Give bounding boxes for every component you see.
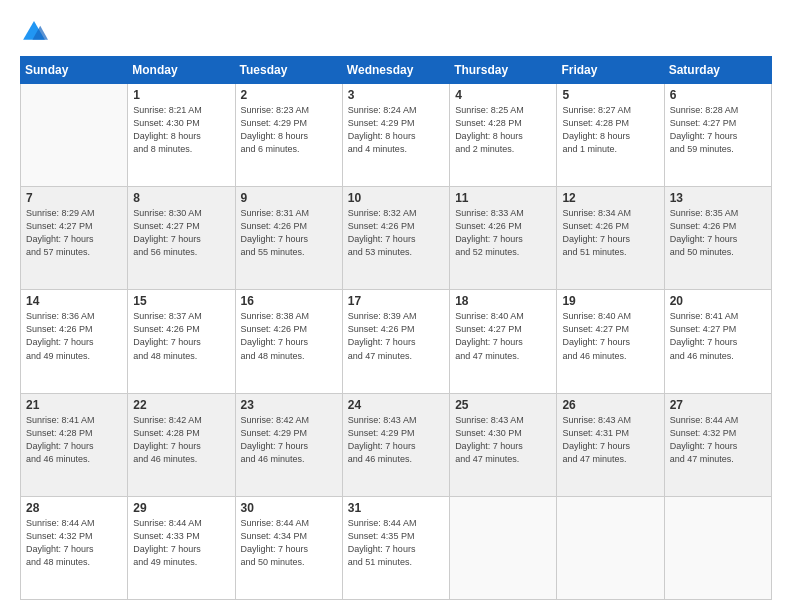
day-number: 17	[348, 294, 444, 308]
calendar-cell: 30Sunrise: 8:44 AMSunset: 4:34 PMDayligh…	[235, 496, 342, 599]
day-number: 3	[348, 88, 444, 102]
logo-icon	[20, 18, 48, 46]
calendar-week-4: 21Sunrise: 8:41 AMSunset: 4:28 PMDayligh…	[21, 393, 772, 496]
calendar-cell: 11Sunrise: 8:33 AMSunset: 4:26 PMDayligh…	[450, 187, 557, 290]
day-number: 23	[241, 398, 337, 412]
day-info: Sunrise: 8:30 AMSunset: 4:27 PMDaylight:…	[133, 207, 229, 259]
day-info: Sunrise: 8:41 AMSunset: 4:27 PMDaylight:…	[670, 310, 766, 362]
calendar-cell: 18Sunrise: 8:40 AMSunset: 4:27 PMDayligh…	[450, 290, 557, 393]
calendar-cell: 16Sunrise: 8:38 AMSunset: 4:26 PMDayligh…	[235, 290, 342, 393]
day-number: 15	[133, 294, 229, 308]
day-info: Sunrise: 8:27 AMSunset: 4:28 PMDaylight:…	[562, 104, 658, 156]
day-number: 21	[26, 398, 122, 412]
calendar-cell: 4Sunrise: 8:25 AMSunset: 4:28 PMDaylight…	[450, 84, 557, 187]
calendar-cell: 12Sunrise: 8:34 AMSunset: 4:26 PMDayligh…	[557, 187, 664, 290]
day-number: 7	[26, 191, 122, 205]
day-info: Sunrise: 8:40 AMSunset: 4:27 PMDaylight:…	[455, 310, 551, 362]
calendar-cell: 24Sunrise: 8:43 AMSunset: 4:29 PMDayligh…	[342, 393, 449, 496]
calendar-cell	[21, 84, 128, 187]
day-info: Sunrise: 8:33 AMSunset: 4:26 PMDaylight:…	[455, 207, 551, 259]
day-info: Sunrise: 8:42 AMSunset: 4:29 PMDaylight:…	[241, 414, 337, 466]
day-number: 4	[455, 88, 551, 102]
calendar-cell: 13Sunrise: 8:35 AMSunset: 4:26 PMDayligh…	[664, 187, 771, 290]
header	[20, 18, 772, 46]
calendar-cell: 20Sunrise: 8:41 AMSunset: 4:27 PMDayligh…	[664, 290, 771, 393]
day-info: Sunrise: 8:29 AMSunset: 4:27 PMDaylight:…	[26, 207, 122, 259]
day-number: 16	[241, 294, 337, 308]
day-info: Sunrise: 8:44 AMSunset: 4:33 PMDaylight:…	[133, 517, 229, 569]
day-info: Sunrise: 8:34 AMSunset: 4:26 PMDaylight:…	[562, 207, 658, 259]
day-number: 27	[670, 398, 766, 412]
day-header-friday: Friday	[557, 57, 664, 84]
calendar-cell: 15Sunrise: 8:37 AMSunset: 4:26 PMDayligh…	[128, 290, 235, 393]
calendar-cell: 23Sunrise: 8:42 AMSunset: 4:29 PMDayligh…	[235, 393, 342, 496]
calendar-cell: 3Sunrise: 8:24 AMSunset: 4:29 PMDaylight…	[342, 84, 449, 187]
day-number: 25	[455, 398, 551, 412]
calendar-cell: 7Sunrise: 8:29 AMSunset: 4:27 PMDaylight…	[21, 187, 128, 290]
calendar-cell: 27Sunrise: 8:44 AMSunset: 4:32 PMDayligh…	[664, 393, 771, 496]
day-header-saturday: Saturday	[664, 57, 771, 84]
calendar-cell: 2Sunrise: 8:23 AMSunset: 4:29 PMDaylight…	[235, 84, 342, 187]
calendar-cell	[557, 496, 664, 599]
day-number: 20	[670, 294, 766, 308]
day-info: Sunrise: 8:43 AMSunset: 4:29 PMDaylight:…	[348, 414, 444, 466]
calendar-cell: 31Sunrise: 8:44 AMSunset: 4:35 PMDayligh…	[342, 496, 449, 599]
day-info: Sunrise: 8:36 AMSunset: 4:26 PMDaylight:…	[26, 310, 122, 362]
day-info: Sunrise: 8:39 AMSunset: 4:26 PMDaylight:…	[348, 310, 444, 362]
calendar-cell: 10Sunrise: 8:32 AMSunset: 4:26 PMDayligh…	[342, 187, 449, 290]
day-info: Sunrise: 8:32 AMSunset: 4:26 PMDaylight:…	[348, 207, 444, 259]
calendar-cell	[664, 496, 771, 599]
calendar-week-1: 1Sunrise: 8:21 AMSunset: 4:30 PMDaylight…	[21, 84, 772, 187]
calendar-cell: 9Sunrise: 8:31 AMSunset: 4:26 PMDaylight…	[235, 187, 342, 290]
calendar-cell: 29Sunrise: 8:44 AMSunset: 4:33 PMDayligh…	[128, 496, 235, 599]
calendar-week-3: 14Sunrise: 8:36 AMSunset: 4:26 PMDayligh…	[21, 290, 772, 393]
day-info: Sunrise: 8:23 AMSunset: 4:29 PMDaylight:…	[241, 104, 337, 156]
calendar-week-5: 28Sunrise: 8:44 AMSunset: 4:32 PMDayligh…	[21, 496, 772, 599]
calendar-cell: 8Sunrise: 8:30 AMSunset: 4:27 PMDaylight…	[128, 187, 235, 290]
day-info: Sunrise: 8:35 AMSunset: 4:26 PMDaylight:…	[670, 207, 766, 259]
day-number: 30	[241, 501, 337, 515]
day-header-tuesday: Tuesday	[235, 57, 342, 84]
day-info: Sunrise: 8:44 AMSunset: 4:34 PMDaylight:…	[241, 517, 337, 569]
day-info: Sunrise: 8:21 AMSunset: 4:30 PMDaylight:…	[133, 104, 229, 156]
day-info: Sunrise: 8:25 AMSunset: 4:28 PMDaylight:…	[455, 104, 551, 156]
calendar-cell: 6Sunrise: 8:28 AMSunset: 4:27 PMDaylight…	[664, 84, 771, 187]
calendar-cell: 22Sunrise: 8:42 AMSunset: 4:28 PMDayligh…	[128, 393, 235, 496]
day-number: 31	[348, 501, 444, 515]
day-header-monday: Monday	[128, 57, 235, 84]
calendar-cell: 14Sunrise: 8:36 AMSunset: 4:26 PMDayligh…	[21, 290, 128, 393]
day-number: 26	[562, 398, 658, 412]
day-info: Sunrise: 8:38 AMSunset: 4:26 PMDaylight:…	[241, 310, 337, 362]
calendar-cell: 19Sunrise: 8:40 AMSunset: 4:27 PMDayligh…	[557, 290, 664, 393]
calendar-week-2: 7Sunrise: 8:29 AMSunset: 4:27 PMDaylight…	[21, 187, 772, 290]
day-info: Sunrise: 8:44 AMSunset: 4:35 PMDaylight:…	[348, 517, 444, 569]
day-number: 5	[562, 88, 658, 102]
calendar-header-row: SundayMondayTuesdayWednesdayThursdayFrid…	[21, 57, 772, 84]
day-info: Sunrise: 8:37 AMSunset: 4:26 PMDaylight:…	[133, 310, 229, 362]
day-header-wednesday: Wednesday	[342, 57, 449, 84]
day-number: 11	[455, 191, 551, 205]
day-info: Sunrise: 8:41 AMSunset: 4:28 PMDaylight:…	[26, 414, 122, 466]
day-number: 12	[562, 191, 658, 205]
day-number: 29	[133, 501, 229, 515]
calendar-cell: 28Sunrise: 8:44 AMSunset: 4:32 PMDayligh…	[21, 496, 128, 599]
day-info: Sunrise: 8:24 AMSunset: 4:29 PMDaylight:…	[348, 104, 444, 156]
day-number: 1	[133, 88, 229, 102]
calendar-cell: 25Sunrise: 8:43 AMSunset: 4:30 PMDayligh…	[450, 393, 557, 496]
day-number: 13	[670, 191, 766, 205]
day-number: 2	[241, 88, 337, 102]
day-info: Sunrise: 8:42 AMSunset: 4:28 PMDaylight:…	[133, 414, 229, 466]
day-header-sunday: Sunday	[21, 57, 128, 84]
day-info: Sunrise: 8:44 AMSunset: 4:32 PMDaylight:…	[670, 414, 766, 466]
day-info: Sunrise: 8:28 AMSunset: 4:27 PMDaylight:…	[670, 104, 766, 156]
day-number: 24	[348, 398, 444, 412]
day-number: 22	[133, 398, 229, 412]
day-info: Sunrise: 8:40 AMSunset: 4:27 PMDaylight:…	[562, 310, 658, 362]
calendar-cell: 1Sunrise: 8:21 AMSunset: 4:30 PMDaylight…	[128, 84, 235, 187]
day-header-thursday: Thursday	[450, 57, 557, 84]
day-info: Sunrise: 8:31 AMSunset: 4:26 PMDaylight:…	[241, 207, 337, 259]
day-number: 9	[241, 191, 337, 205]
day-number: 14	[26, 294, 122, 308]
calendar-cell: 17Sunrise: 8:39 AMSunset: 4:26 PMDayligh…	[342, 290, 449, 393]
calendar-cell: 26Sunrise: 8:43 AMSunset: 4:31 PMDayligh…	[557, 393, 664, 496]
